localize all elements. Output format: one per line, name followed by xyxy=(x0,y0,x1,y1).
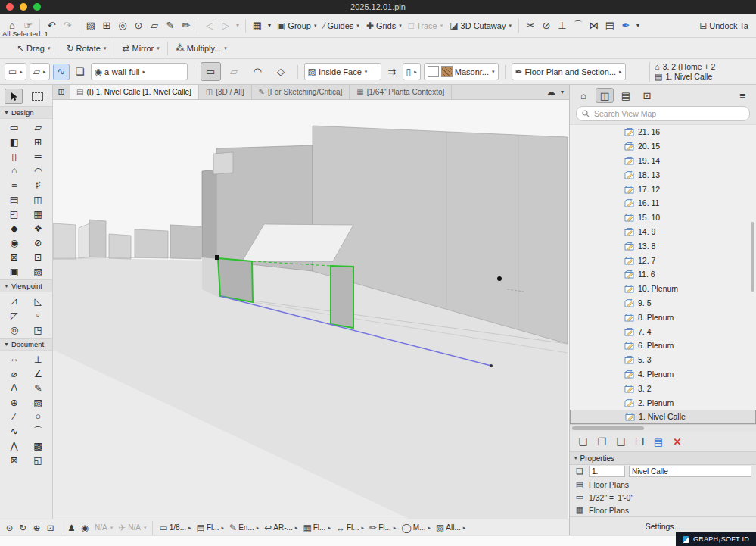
roof-tool[interactable]: ⌂ xyxy=(5,164,24,177)
marquee-tool[interactable] xyxy=(29,89,45,103)
mirror-button[interactable]: ⇄Mirror▾ xyxy=(119,42,162,55)
fill-tool[interactable]: ▨ xyxy=(28,395,48,409)
opening-tool[interactable]: ⊘ xyxy=(28,236,48,249)
level-dimension-tool[interactable]: ⊥ xyxy=(28,352,48,366)
object-tool[interactable]: ❖ xyxy=(28,221,48,235)
building-small-5[interactable] xyxy=(135,229,168,258)
minimize-button[interactable] xyxy=(20,3,27,11)
view-map-item[interactable]: 13. 8 xyxy=(570,239,756,253)
group-button[interactable]: ▣Group▾ xyxy=(274,20,319,32)
fit-view-icon[interactable]: ⊡ xyxy=(44,521,57,534)
document-section-header[interactable]: ▼ Document xyxy=(0,338,52,351)
patch-tool[interactable]: ◱ xyxy=(28,453,48,466)
view-map-item[interactable]: 19. 14 xyxy=(570,154,756,168)
geometry-straight-button[interactable]: ▭ xyxy=(201,62,221,81)
favorites-pen-icon[interactable]: ✒ xyxy=(618,18,633,33)
sync-chevron-icon[interactable]: ▾ xyxy=(558,85,566,100)
publisher-icon[interactable]: ⊡ xyxy=(638,88,656,103)
railing-tool[interactable]: ♯ xyxy=(28,178,48,192)
document-tab[interactable]: ◫[3D / All] xyxy=(199,85,252,99)
hotspot-tool[interactable]: ⊕ xyxy=(5,395,24,409)
inject-parameters-icon[interactable]: ✏ xyxy=(179,18,194,33)
circle-tool[interactable]: ○ xyxy=(28,410,48,423)
navigator-menu-icon[interactable]: ≡ xyxy=(733,88,751,103)
new-folder-icon[interactable]: ❒ xyxy=(633,435,646,448)
view-history-chevron-icon[interactable]: ▾ xyxy=(234,18,241,33)
layer-combination-combo[interactable]: ▤Fl...▸ xyxy=(194,523,227,533)
view-map-item[interactable]: 15. 10 xyxy=(570,211,756,225)
figure-tool[interactable]: ▨ xyxy=(28,264,48,278)
layout-book-icon[interactable]: ▤ xyxy=(617,88,635,103)
grid-element-tool[interactable]: ⊠ xyxy=(5,250,24,264)
rooftop-box[interactable] xyxy=(213,152,233,174)
building-small-6[interactable] xyxy=(170,225,201,259)
line-tool[interactable]: ∕ xyxy=(5,410,24,423)
selection-handle-1[interactable] xyxy=(215,255,219,260)
scrollbar-thumb[interactable] xyxy=(572,426,644,430)
section-tool[interactable]: ⊿ xyxy=(5,294,24,307)
multiply-button[interactable]: ⁂Multiply...▾ xyxy=(173,42,230,55)
quick-layers-icon[interactable]: ⊙ xyxy=(131,18,146,33)
view-map-item[interactable]: 14. 9 xyxy=(570,225,756,239)
window-tool[interactable]: ⊞ xyxy=(28,135,48,148)
pen-set-combo[interactable]: ✎En...▸ xyxy=(227,523,261,533)
view-map-item[interactable]: 3. 2 xyxy=(570,381,756,395)
zoom-icon[interactable]: ⊙ xyxy=(3,521,16,534)
viewport-3d[interactable] xyxy=(53,100,569,519)
trace-button[interactable]: □Trace▾ xyxy=(406,20,446,32)
construction-method-combo[interactable]: ▨Inside Face▾ xyxy=(304,63,381,80)
current-story-row[interactable]: ▤ 1. Nivel Calle xyxy=(655,72,745,82)
orientation-combo[interactable]: ✈N/A▾ xyxy=(116,523,148,533)
view-map-item[interactable]: 10. Plenum xyxy=(570,282,756,296)
arrow-tool[interactable] xyxy=(5,89,23,104)
camera-tool[interactable]: ◳ xyxy=(28,323,48,336)
view-settings-icon[interactable]: ▤ xyxy=(652,435,665,448)
spline-tool[interactable]: ∿ xyxy=(5,424,24,438)
project-map-icon[interactable]: ⌂ xyxy=(574,88,593,103)
intersect-icon[interactable]: ⋈ xyxy=(586,18,602,33)
layers-combo[interactable]: ▧All...▸ xyxy=(434,523,468,533)
clone-folder-icon[interactable]: ❑ xyxy=(614,435,627,448)
arc-tool[interactable]: ⌒ xyxy=(28,424,48,438)
building-center-left-face[interactable] xyxy=(202,170,216,260)
vertical-scrollbar[interactable] xyxy=(751,222,754,292)
snap-chevron-icon[interactable]: ▾ xyxy=(266,18,273,33)
horizontal-scrollbar[interactable] xyxy=(570,424,756,432)
view-map-item[interactable]: 12. 7 xyxy=(570,253,756,267)
split-icon[interactable]: ⊘ xyxy=(539,18,554,33)
scale-combo[interactable]: ▭1/8...▸ xyxy=(157,523,193,533)
orbit-icon[interactable]: ↻ xyxy=(17,521,30,534)
skylight-tool[interactable]: ◫ xyxy=(28,192,48,206)
morph-tool[interactable]: ◆ xyxy=(5,221,24,235)
story-id-input[interactable] xyxy=(589,466,625,477)
text-tool[interactable]: A xyxy=(5,381,24,395)
elevation-tool[interactable]: ◺ xyxy=(28,294,48,307)
building-small-3[interactable] xyxy=(89,220,106,257)
drag-button[interactable]: ↖Drag▾ xyxy=(14,42,53,55)
properties-header[interactable]: ▾ Properties xyxy=(570,452,756,465)
curtain-wall-tool[interactable]: ▤ xyxy=(5,192,24,206)
display-options-combo[interactable]: ✒Floor Plan and Section...▸ xyxy=(512,63,626,80)
tab-overview-icon[interactable]: ⊞ xyxy=(53,85,70,99)
undock-tab-button[interactable]: ⊟Undock Ta xyxy=(696,20,751,32)
view-map-item[interactable]: 11. 6 xyxy=(570,267,756,282)
document-tab[interactable]: ✎[For Sketching/Critica] xyxy=(252,85,350,99)
view-map-item[interactable]: 21. 16 xyxy=(570,125,756,139)
element-settings-combo[interactable]: ▱▸ xyxy=(30,63,50,80)
document-tab[interactable]: ▤(I) 1. Nivel Calle [1. Nivel Calle] xyxy=(70,85,199,99)
close-button[interactable] xyxy=(6,3,14,11)
design-section-header[interactable]: ▼ Design xyxy=(0,106,52,119)
hotlink-tool[interactable]: ⊡ xyxy=(28,250,48,264)
grids-button[interactable]: ✚Grids▾ xyxy=(363,20,405,32)
more-tools-chevron-icon[interactable]: ▾ xyxy=(634,18,642,33)
scissors-icon[interactable]: ✂ xyxy=(523,18,538,33)
view-map-icon[interactable]: ◫ xyxy=(596,88,614,103)
save-view-icon[interactable]: ❏ xyxy=(576,435,590,448)
angle-dimension-tool[interactable]: ∠ xyxy=(28,367,48,380)
graphisoft-id[interactable]: GRAPH¡SOFT ID xyxy=(676,532,756,546)
document-tab[interactable]: ▦[1/64" Planta Contexto] xyxy=(350,85,452,99)
view-map-item[interactable]: 9. 5 xyxy=(570,296,756,310)
schedule-icon[interactable]: ▤ xyxy=(602,18,618,33)
settings-button[interactable]: Settings... xyxy=(646,522,681,531)
zoom-in-icon[interactable]: ⊕ xyxy=(30,521,43,534)
